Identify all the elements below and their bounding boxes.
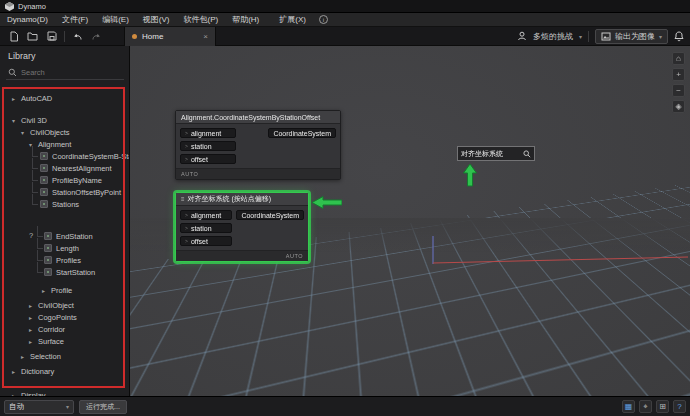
new-file-icon <box>9 31 19 42</box>
help-icon[interactable]: ? <box>673 400 686 413</box>
menu-packages[interactable]: 软件包(P) <box>176 13 225 26</box>
account-icon[interactable] <box>517 31 527 41</box>
input-port-alignment[interactable]: > alignment <box>180 210 232 220</box>
output-port-coordinatesystem[interactable]: CoordinateSystem <box>236 210 304 220</box>
chevron-right-icon: ▸ <box>10 368 17 375</box>
run-status-button[interactable]: 运行完成... <box>79 400 127 414</box>
input-port-station[interactable]: > station <box>180 223 232 233</box>
library-node-coordinatesystembystation[interactable]: CoordinateSystemB-Station... <box>0 150 129 162</box>
library-title: Library <box>8 51 36 61</box>
sidebar-item-civilobjects[interactable]: ▾ CivilObjects <box>0 126 129 138</box>
menu-dynamo[interactable]: Dynamo(D) <box>0 13 55 26</box>
tab-home[interactable]: Home × <box>124 27 216 46</box>
node-footer: AUTO <box>176 250 308 261</box>
sidebar-item-label: Civil 3D <box>21 116 47 125</box>
sidebar-item-label: Selection <box>30 352 61 361</box>
zoom-in-button[interactable]: + <box>672 68 685 81</box>
sidebar-item-civilobject[interactable]: ▸ CivilObject <box>0 299 129 311</box>
toolbar: Home × 多烦的挑战 ▾ 输出为图像 ▾ <box>0 27 690 46</box>
library-node-startstation[interactable]: StartStation <box>0 266 129 278</box>
node-body: > alignment > station > offset Coordinat… <box>176 206 308 250</box>
library-node-profiles[interactable]: Profiles <box>0 254 129 266</box>
port-label: CoordinateSystem <box>273 130 331 137</box>
chevron-down-icon[interactable]: ▾ <box>579 33 582 40</box>
node-title[interactable]: Alignment.CoordinateSystemByStationOffse… <box>176 111 340 124</box>
notifications-bell-icon[interactable] <box>674 31 684 42</box>
sidebar-item-label: Dictionary <box>21 367 54 376</box>
library-node-stationoffsetbypoint[interactable]: StationOffsetByPoint <box>0 186 129 198</box>
redo-button[interactable] <box>90 29 103 43</box>
menu-edit[interactable]: 编辑(E) <box>95 13 136 26</box>
sidebar-item-label: StationOffsetByPoint <box>52 188 121 197</box>
window-grid-icon[interactable]: ⊞ <box>656 400 669 413</box>
canvas-search-box[interactable] <box>457 146 535 161</box>
sidebar-item-autocad[interactable]: ▸ AutoCAD <box>0 92 129 104</box>
node-thumbnail-icon <box>44 232 52 240</box>
node-thumbnail-icon <box>40 164 48 172</box>
graph-canvas[interactable]: ⌂ + − ◈ Alignment.CoordinateSystemByStat… <box>130 46 690 396</box>
save-button[interactable] <box>45 29 58 43</box>
info-icon[interactable]: i <box>319 15 328 24</box>
export-image-button[interactable]: 输出为图像 ▾ <box>595 29 668 44</box>
input-port-offset[interactable]: > offset <box>180 236 232 246</box>
sidebar-item-alignment[interactable]: ▾ Alignment <box>0 138 129 150</box>
pointer-target-icon[interactable]: ⌖ <box>639 400 652 413</box>
sidebar-item-corridor[interactable]: ▸ Corridor <box>0 323 129 335</box>
chevron-down-icon: ▾ <box>66 403 69 410</box>
library-tree: ▸ AutoCAD ▾ Civil 3D ▾ CivilObjects ▾ Al… <box>0 84 129 396</box>
sidebar-item-label: AutoCAD <box>21 94 52 103</box>
lacing-indicator[interactable]: AUTO <box>181 171 198 177</box>
library-node-profilebyname[interactable]: ProfileByName <box>0 174 129 186</box>
sidebar-item-selection[interactable]: ▸ Selection <box>0 350 129 362</box>
dynamo-window: Dynamo Dynamo(D) 文件(F) 编辑(E) 视图(V) 软件包(P… <box>0 0 690 416</box>
output-port-coordinatesystem[interactable]: CoordinateSystem <box>268 128 336 138</box>
library-query-group: ? EndStation Length Profiles StartStatio… <box>0 230 129 278</box>
library-node-endstation[interactable]: EndStation <box>0 230 129 242</box>
sidebar-item-cogopoints[interactable]: ▸ CogoPoints <box>0 311 129 323</box>
input-port-offset[interactable]: > offset <box>180 154 236 164</box>
library-search-input[interactable] <box>21 68 122 77</box>
zoom-out-button[interactable]: − <box>672 84 685 97</box>
sidebar-item-civil3d[interactable]: ▾ Civil 3D <box>0 114 129 126</box>
input-port-alignment[interactable]: > alignment <box>180 128 236 138</box>
library-search[interactable] <box>6 65 124 80</box>
close-tab-icon[interactable]: × <box>203 32 208 41</box>
node-title[interactable]: ≡ 对齐坐标系统 (按站点偏移) <box>176 193 308 206</box>
menu-view[interactable]: 视图(V) <box>136 13 177 26</box>
port-label: alignment <box>191 212 221 219</box>
menu-file[interactable]: 文件(F) <box>55 13 95 26</box>
library-node-nearestalignment[interactable]: NearestAlignment <box>0 162 129 174</box>
menu-extensions[interactable]: 扩展(X) <box>272 13 313 26</box>
canvas-search-input[interactable] <box>461 150 521 157</box>
open-folder-icon <box>27 31 38 41</box>
sidebar-item-display[interactable]: ▸ Display <box>0 389 129 396</box>
home-tab-icon <box>132 34 137 39</box>
new-file-button[interactable] <box>7 29 20 43</box>
run-mode-dropdown[interactable]: 自动 ▾ <box>4 400 74 414</box>
sidebar-item-surface[interactable]: ▸ Surface <box>0 335 129 347</box>
undo-button[interactable] <box>71 29 84 43</box>
chevron-down-icon: ▾ <box>659 33 662 40</box>
run-mode-value: 自动 <box>9 402 24 412</box>
menu-help[interactable]: 帮助(H) <box>225 13 266 26</box>
port-label: station <box>191 225 212 232</box>
node-translated-coordinatesystem[interactable]: ≡ 对齐坐标系统 (按站点偏移) > alignment > station >… <box>175 192 309 262</box>
node-thumbnail-icon <box>44 244 52 252</box>
account-label[interactable]: 多烦的挑战 <box>533 31 573 42</box>
orbit-button[interactable]: ◈ <box>672 100 685 113</box>
library-node-stations[interactable]: Stations <box>0 198 129 210</box>
port-label: offset <box>191 238 208 245</box>
fit-view-button[interactable]: ⌂ <box>672 52 685 65</box>
save-icon <box>47 31 57 41</box>
open-file-button[interactable] <box>26 29 39 43</box>
grid-view-icon[interactable]: ▦ <box>622 400 635 413</box>
node-title-label: 对齐坐标系统 (按站点偏移) <box>188 194 272 204</box>
sidebar-item-dictionary[interactable]: ▸ Dictionary <box>0 365 129 377</box>
sidebar-item-profile[interactable]: ▸ Profile <box>0 284 129 296</box>
sidebar-item-label: Corridor <box>38 325 65 334</box>
node-alignment-coordinatesystembystationoffset[interactable]: Alignment.CoordinateSystemByStationOffse… <box>175 110 341 180</box>
node-thumbnail-icon <box>40 176 48 184</box>
lacing-indicator[interactable]: AUTO <box>286 253 303 259</box>
library-node-length[interactable]: Length <box>0 242 129 254</box>
input-port-station[interactable]: > station <box>180 141 236 151</box>
